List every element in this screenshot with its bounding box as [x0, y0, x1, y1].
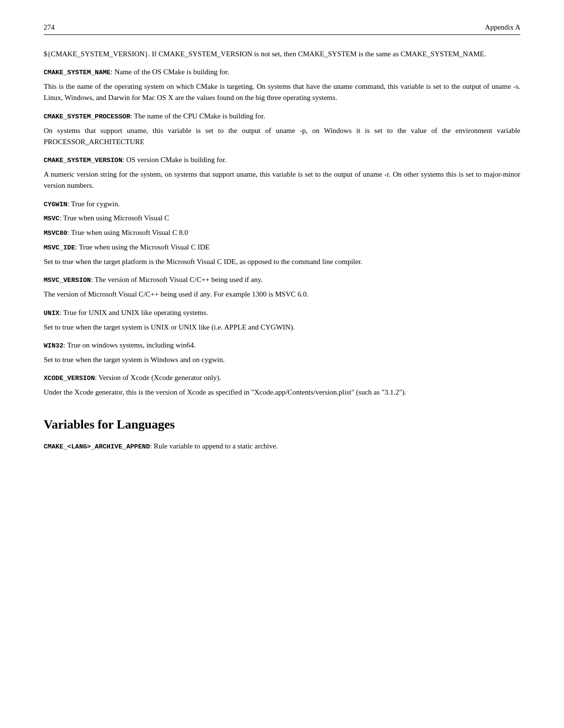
term-def-0: CMAKE_SYSTEM_NAME: Name of the OS CMake … — [44, 66, 520, 78]
body-1: On systems that support uname, this vari… — [44, 125, 520, 148]
intro-paragraph: ${CMAKE_SYSTEM_VERSION}. If CMAKE_SYSTEM… — [44, 49, 520, 60]
term-def-9: WIN32: True on windows systems, includin… — [44, 340, 520, 351]
term-6: MSVC_IDE — [44, 244, 75, 251]
page-number: 274 — [44, 23, 55, 32]
appendix-label: Appendix A — [485, 23, 520, 32]
entries-container: CMAKE_SYSTEM_NAME: Name of the OS CMake … — [44, 66, 520, 398]
term-10: XCODE_VERSION — [44, 375, 95, 382]
section-first-entry: CMAKE_<LANG>_ARCHIVE_APPEND: Rule variab… — [44, 441, 520, 452]
term-3: CYGWIN — [44, 201, 67, 208]
section-heading: Variables for Languages — [44, 417, 520, 432]
colon-3: : True for cygwin. — [67, 200, 120, 208]
page: 274 Appendix A ${CMAKE_SYSTEM_VERSION}. … — [0, 0, 564, 728]
term-def-8: UNIX: True for UNIX and UNIX like operat… — [44, 307, 520, 319]
term-0: CMAKE_SYSTEM_NAME — [44, 69, 111, 76]
colon-0: : Name of the OS CMake is building for. — [111, 68, 230, 76]
colon-1: : The name of the CPU CMake is building … — [130, 112, 265, 120]
colon-8: : True for UNIX and UNIX like operating … — [59, 309, 208, 316]
colon-5: : True when using Microsoft Visual C 8.0 — [67, 229, 188, 236]
section-first-term: CMAKE_<LANG>_ARCHIVE_APPEND — [44, 443, 150, 450]
colon-9: : True on windows systems, including win… — [64, 341, 196, 349]
colon-6: : True when using the Microsoft Visual C… — [75, 243, 210, 251]
term-7: MSVC_VERSION — [44, 277, 91, 284]
body-0: This is the name of the operating system… — [44, 81, 520, 104]
term-def-7: MSVC_VERSION: The version of Microsoft V… — [44, 274, 520, 286]
term-4: MSVC — [44, 215, 59, 222]
body-6: Set to true when the target platform is … — [44, 256, 520, 267]
body-9: Set to true when the target system is Wi… — [44, 354, 520, 365]
body-10: Under the Xcode generator, this is the v… — [44, 387, 520, 398]
term-def-10: XCODE_VERSION: Version of Xcode (Xcode g… — [44, 372, 520, 384]
colon-4: : True when using Microsoft Visual C — [59, 214, 169, 222]
term-8: UNIX — [44, 310, 59, 317]
term-def-5: MSVC80: True when using Microsoft Visual… — [44, 227, 520, 239]
body-8: Set to true when the target system is UN… — [44, 322, 520, 333]
section-first-colon: : Rule variable to append to a static ar… — [150, 442, 278, 450]
body-2: A numeric version string for the system,… — [44, 169, 520, 192]
body-7: The version of Microsoft Visual C/C++ be… — [44, 289, 520, 300]
term-def-3: CYGWIN: True for cygwin. — [44, 199, 520, 210]
colon-10: : Version of Xcode (Xcode generator only… — [95, 374, 221, 381]
page-header: 274 Appendix A — [44, 23, 520, 35]
term-2: CMAKE_SYSTEM_VERSION — [44, 157, 122, 164]
colon-2: : OS version CMake is building for. — [122, 156, 227, 164]
term-def-4: MSVC: True when using Microsoft Visual C — [44, 213, 520, 224]
term-9: WIN32 — [44, 342, 64, 349]
term-def-6: MSVC_IDE: True when using the Microsoft … — [44, 242, 520, 253]
colon-7: : The version of Microsoft Visual C/C++ … — [91, 276, 263, 283]
term-5: MSVC80 — [44, 230, 67, 237]
term-1: CMAKE_SYSTEM_PROCESSOR — [44, 113, 130, 120]
term-def-1: CMAKE_SYSTEM_PROCESSOR: The name of the … — [44, 111, 520, 122]
term-def-2: CMAKE_SYSTEM_VERSION: OS version CMake i… — [44, 154, 520, 166]
